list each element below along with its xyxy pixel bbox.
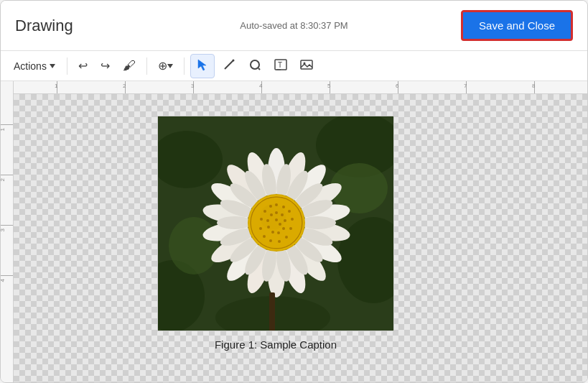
svg-point-49 <box>217 216 253 229</box>
ruler-v-label-3: 3 <box>1 229 6 231</box>
svg-point-64 <box>289 227 292 230</box>
ruler-h-label-1: 1 <box>55 83 57 89</box>
ruler-v-mark-4 <box>1 275 14 276</box>
ruler-v-label-2: 2 <box>1 178 6 181</box>
ruler-v-mark-1 <box>1 124 14 125</box>
shape-tool-button[interactable] <box>243 55 266 78</box>
svg-point-61 <box>282 206 285 208</box>
svg-point-17 <box>169 217 219 274</box>
canvas-area: 1 2 3 4 1 2 3 4 5 6 7 8 <box>1 81 587 383</box>
drawing-canvas[interactable]: Figure 1: Sample Caption <box>14 94 587 383</box>
svg-point-72 <box>269 205 272 208</box>
line-tool-button[interactable] <box>218 55 241 78</box>
text-tool-button[interactable]: T <box>269 55 292 78</box>
shape-icon <box>248 58 261 74</box>
svg-point-83 <box>279 223 281 226</box>
svg-point-70 <box>260 218 263 221</box>
app-title: Drawing <box>15 17 73 35</box>
ruler-h-label-6: 6 <box>396 83 398 89</box>
ruler-h-label-2: 2 <box>123 83 126 89</box>
svg-point-66 <box>278 240 281 243</box>
ruler-v-label-1: 1 <box>1 128 6 131</box>
zoom-button[interactable]: ⊕ <box>153 55 178 76</box>
paint-format-button[interactable]: 🖌 <box>118 55 141 77</box>
svg-rect-8 <box>301 60 312 69</box>
toolbar-divider-2 <box>146 57 147 75</box>
svg-point-73 <box>275 211 278 214</box>
toolbar: Actions ↩ ↪ 🖌 ⊕ <box>1 51 587 81</box>
toolbar-divider-1 <box>67 57 67 75</box>
svg-point-69 <box>259 227 262 230</box>
svg-point-80 <box>266 219 269 222</box>
svg-point-74 <box>281 213 284 216</box>
svg-rect-84 <box>269 292 275 331</box>
svg-point-3 <box>251 60 259 69</box>
svg-point-2 <box>232 59 234 61</box>
select-icon <box>196 58 209 74</box>
select-tool-button[interactable] <box>190 54 215 78</box>
svg-text:T: T <box>278 61 282 69</box>
actions-menu-button[interactable]: Actions <box>8 57 61 75</box>
svg-point-76 <box>282 227 285 230</box>
svg-line-4 <box>258 68 260 70</box>
svg-point-63 <box>291 218 294 221</box>
image-tool-button[interactable] <box>295 55 318 78</box>
image-caption: Figure 1: Sample Caption <box>157 338 394 351</box>
ruler-vertical: 1 2 3 4 <box>1 81 14 383</box>
ruler-h-label-3: 3 <box>191 83 194 89</box>
ruler-h-label-4: 4 <box>259 83 262 89</box>
ruler-v-mark-3 <box>1 225 14 226</box>
svg-point-68 <box>263 235 266 238</box>
image-icon <box>300 58 313 74</box>
svg-marker-0 <box>198 60 206 70</box>
svg-point-82 <box>275 218 278 221</box>
actions-label: Actions <box>14 60 47 72</box>
save-close-button[interactable]: Save and Close <box>461 10 573 41</box>
undo-icon: ↩ <box>78 59 88 73</box>
svg-point-62 <box>288 210 291 213</box>
toolbar-divider-3 <box>184 57 185 75</box>
autosave-status: Auto-saved at 8:30:37 PM <box>240 20 347 31</box>
svg-point-60 <box>275 203 278 206</box>
line-icon <box>223 58 235 74</box>
ruler-v-mark-2 <box>1 175 14 175</box>
actions-chevron-icon <box>50 64 55 68</box>
ruler-h-label-5: 5 <box>327 83 330 89</box>
ruler-horizontal: 1 2 3 4 5 6 7 8 <box>14 81 587 94</box>
undo-button[interactable]: ↩ <box>73 55 93 76</box>
svg-point-75 <box>284 219 286 222</box>
svg-point-65 <box>285 236 288 239</box>
svg-point-58 <box>260 204 286 230</box>
svg-point-71 <box>263 210 266 213</box>
header: Drawing Auto-saved at 8:30:37 PM Save an… <box>1 1 587 51</box>
svg-point-81 <box>270 213 273 216</box>
svg-point-79 <box>267 226 270 229</box>
canvas-right: 1 2 3 4 5 6 7 8 <box>14 81 587 383</box>
ruler-h-label-8: 8 <box>532 83 535 89</box>
zoom-icon: ⊕ <box>158 59 167 73</box>
text-icon: T <box>274 58 287 74</box>
svg-point-67 <box>269 239 272 242</box>
ruler-v-label-4: 4 <box>1 279 6 282</box>
svg-point-40 <box>300 216 336 229</box>
drawing-image <box>157 116 394 331</box>
redo-button[interactable]: ↪ <box>95 55 115 76</box>
image-container: Figure 1: Sample Caption <box>157 116 394 351</box>
svg-point-78 <box>271 231 274 234</box>
redo-icon: ↪ <box>101 59 110 73</box>
ruler-h-label-7: 7 <box>464 83 467 89</box>
zoom-chevron-icon <box>167 64 173 68</box>
svg-line-1 <box>225 60 233 69</box>
svg-point-77 <box>277 231 280 234</box>
paint-format-icon: 🖌 <box>123 58 136 73</box>
